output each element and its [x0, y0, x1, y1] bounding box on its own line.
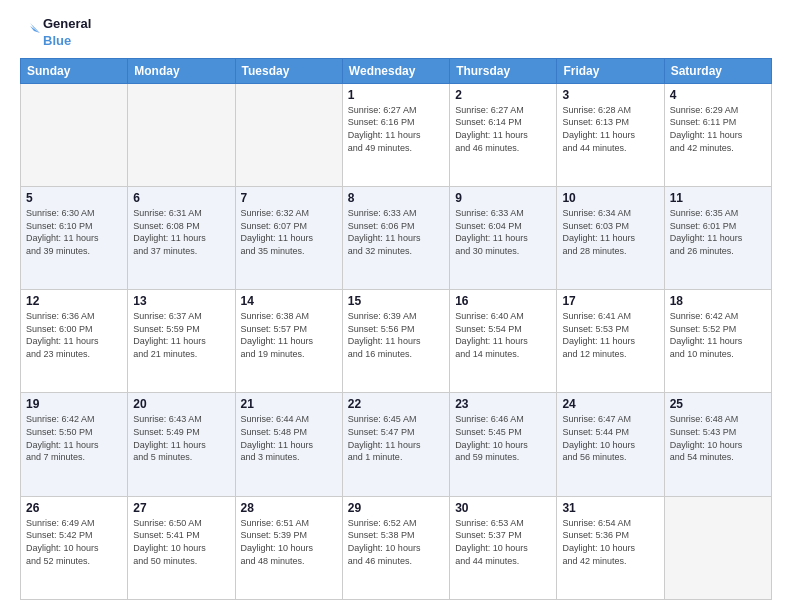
day-header-saturday: Saturday [664, 58, 771, 83]
day-number: 9 [455, 191, 551, 205]
day-number: 6 [133, 191, 229, 205]
calendar-cell: 17Sunrise: 6:41 AM Sunset: 5:53 PM Dayli… [557, 290, 664, 393]
calendar-cell: 29Sunrise: 6:52 AM Sunset: 5:38 PM Dayli… [342, 496, 449, 599]
calendar-cell: 22Sunrise: 6:45 AM Sunset: 5:47 PM Dayli… [342, 393, 449, 496]
day-number: 28 [241, 501, 337, 515]
calendar-cell: 31Sunrise: 6:54 AM Sunset: 5:36 PM Dayli… [557, 496, 664, 599]
calendar-cell: 15Sunrise: 6:39 AM Sunset: 5:56 PM Dayli… [342, 290, 449, 393]
week-row-4: 19Sunrise: 6:42 AM Sunset: 5:50 PM Dayli… [21, 393, 772, 496]
day-info: Sunrise: 6:53 AM Sunset: 5:37 PM Dayligh… [455, 517, 551, 567]
day-number: 8 [348, 191, 444, 205]
day-info: Sunrise: 6:32 AM Sunset: 6:07 PM Dayligh… [241, 207, 337, 257]
day-info: Sunrise: 6:33 AM Sunset: 6:06 PM Dayligh… [348, 207, 444, 257]
day-info: Sunrise: 6:50 AM Sunset: 5:41 PM Dayligh… [133, 517, 229, 567]
day-number: 22 [348, 397, 444, 411]
day-info: Sunrise: 6:49 AM Sunset: 5:42 PM Dayligh… [26, 517, 122, 567]
calendar-header-row: SundayMondayTuesdayWednesdayThursdayFrid… [21, 58, 772, 83]
calendar-cell: 3Sunrise: 6:28 AM Sunset: 6:13 PM Daylig… [557, 83, 664, 186]
logo-text: General Blue [43, 16, 91, 50]
day-info: Sunrise: 6:51 AM Sunset: 5:39 PM Dayligh… [241, 517, 337, 567]
calendar-cell: 2Sunrise: 6:27 AM Sunset: 6:14 PM Daylig… [450, 83, 557, 186]
day-info: Sunrise: 6:45 AM Sunset: 5:47 PM Dayligh… [348, 413, 444, 463]
page: General Blue SundayMondayTuesdayWednesda… [0, 0, 792, 612]
day-info: Sunrise: 6:31 AM Sunset: 6:08 PM Dayligh… [133, 207, 229, 257]
day-number: 11 [670, 191, 766, 205]
week-row-2: 5Sunrise: 6:30 AM Sunset: 6:10 PM Daylig… [21, 187, 772, 290]
calendar-cell: 14Sunrise: 6:38 AM Sunset: 5:57 PM Dayli… [235, 290, 342, 393]
day-info: Sunrise: 6:30 AM Sunset: 6:10 PM Dayligh… [26, 207, 122, 257]
day-info: Sunrise: 6:47 AM Sunset: 5:44 PM Dayligh… [562, 413, 658, 463]
day-number: 26 [26, 501, 122, 515]
calendar-cell: 24Sunrise: 6:47 AM Sunset: 5:44 PM Dayli… [557, 393, 664, 496]
day-info: Sunrise: 6:33 AM Sunset: 6:04 PM Dayligh… [455, 207, 551, 257]
logo-container: General Blue [20, 16, 91, 50]
day-info: Sunrise: 6:38 AM Sunset: 5:57 PM Dayligh… [241, 310, 337, 360]
day-number: 2 [455, 88, 551, 102]
day-info: Sunrise: 6:36 AM Sunset: 6:00 PM Dayligh… [26, 310, 122, 360]
calendar-cell: 26Sunrise: 6:49 AM Sunset: 5:42 PM Dayli… [21, 496, 128, 599]
day-info: Sunrise: 6:39 AM Sunset: 5:56 PM Dayligh… [348, 310, 444, 360]
day-info: Sunrise: 6:40 AM Sunset: 5:54 PM Dayligh… [455, 310, 551, 360]
day-info: Sunrise: 6:54 AM Sunset: 5:36 PM Dayligh… [562, 517, 658, 567]
day-info: Sunrise: 6:46 AM Sunset: 5:45 PM Dayligh… [455, 413, 551, 463]
day-number: 31 [562, 501, 658, 515]
day-info: Sunrise: 6:27 AM Sunset: 6:16 PM Dayligh… [348, 104, 444, 154]
logo: General Blue [20, 16, 91, 50]
day-number: 19 [26, 397, 122, 411]
day-info: Sunrise: 6:52 AM Sunset: 5:38 PM Dayligh… [348, 517, 444, 567]
day-number: 18 [670, 294, 766, 308]
svg-marker-1 [30, 26, 40, 33]
day-number: 15 [348, 294, 444, 308]
calendar-cell: 20Sunrise: 6:43 AM Sunset: 5:49 PM Dayli… [128, 393, 235, 496]
day-number: 16 [455, 294, 551, 308]
day-number: 14 [241, 294, 337, 308]
calendar-cell: 10Sunrise: 6:34 AM Sunset: 6:03 PM Dayli… [557, 187, 664, 290]
calendar-cell: 13Sunrise: 6:37 AM Sunset: 5:59 PM Dayli… [128, 290, 235, 393]
calendar-cell: 23Sunrise: 6:46 AM Sunset: 5:45 PM Dayli… [450, 393, 557, 496]
calendar-cell: 9Sunrise: 6:33 AM Sunset: 6:04 PM Daylig… [450, 187, 557, 290]
day-info: Sunrise: 6:34 AM Sunset: 6:03 PM Dayligh… [562, 207, 658, 257]
calendar-cell: 16Sunrise: 6:40 AM Sunset: 5:54 PM Dayli… [450, 290, 557, 393]
day-number: 30 [455, 501, 551, 515]
svg-marker-0 [30, 23, 40, 33]
day-header-sunday: Sunday [21, 58, 128, 83]
day-header-monday: Monday [128, 58, 235, 83]
day-number: 29 [348, 501, 444, 515]
calendar-cell: 19Sunrise: 6:42 AM Sunset: 5:50 PM Dayli… [21, 393, 128, 496]
calendar-cell: 30Sunrise: 6:53 AM Sunset: 5:37 PM Dayli… [450, 496, 557, 599]
calendar-cell: 18Sunrise: 6:42 AM Sunset: 5:52 PM Dayli… [664, 290, 771, 393]
day-number: 12 [26, 294, 122, 308]
calendar-cell: 4Sunrise: 6:29 AM Sunset: 6:11 PM Daylig… [664, 83, 771, 186]
calendar-cell: 7Sunrise: 6:32 AM Sunset: 6:07 PM Daylig… [235, 187, 342, 290]
day-number: 5 [26, 191, 122, 205]
day-number: 27 [133, 501, 229, 515]
calendar-cell: 28Sunrise: 6:51 AM Sunset: 5:39 PM Dayli… [235, 496, 342, 599]
day-info: Sunrise: 6:41 AM Sunset: 5:53 PM Dayligh… [562, 310, 658, 360]
calendar-cell: 6Sunrise: 6:31 AM Sunset: 6:08 PM Daylig… [128, 187, 235, 290]
calendar-cell: 21Sunrise: 6:44 AM Sunset: 5:48 PM Dayli… [235, 393, 342, 496]
day-number: 3 [562, 88, 658, 102]
calendar-cell: 8Sunrise: 6:33 AM Sunset: 6:06 PM Daylig… [342, 187, 449, 290]
calendar-cell: 5Sunrise: 6:30 AM Sunset: 6:10 PM Daylig… [21, 187, 128, 290]
day-number: 23 [455, 397, 551, 411]
day-number: 20 [133, 397, 229, 411]
day-info: Sunrise: 6:44 AM Sunset: 5:48 PM Dayligh… [241, 413, 337, 463]
day-info: Sunrise: 6:43 AM Sunset: 5:49 PM Dayligh… [133, 413, 229, 463]
calendar-cell: 25Sunrise: 6:48 AM Sunset: 5:43 PM Dayli… [664, 393, 771, 496]
week-row-1: 1Sunrise: 6:27 AM Sunset: 6:16 PM Daylig… [21, 83, 772, 186]
day-header-friday: Friday [557, 58, 664, 83]
calendar-cell: 12Sunrise: 6:36 AM Sunset: 6:00 PM Dayli… [21, 290, 128, 393]
day-number: 7 [241, 191, 337, 205]
calendar-cell: 11Sunrise: 6:35 AM Sunset: 6:01 PM Dayli… [664, 187, 771, 290]
day-info: Sunrise: 6:48 AM Sunset: 5:43 PM Dayligh… [670, 413, 766, 463]
logo-bird-icon [20, 18, 40, 48]
calendar-table: SundayMondayTuesdayWednesdayThursdayFrid… [20, 58, 772, 600]
day-info: Sunrise: 6:29 AM Sunset: 6:11 PM Dayligh… [670, 104, 766, 154]
day-header-tuesday: Tuesday [235, 58, 342, 83]
day-number: 4 [670, 88, 766, 102]
day-info: Sunrise: 6:42 AM Sunset: 5:50 PM Dayligh… [26, 413, 122, 463]
day-header-thursday: Thursday [450, 58, 557, 83]
day-number: 17 [562, 294, 658, 308]
calendar-cell: 1Sunrise: 6:27 AM Sunset: 6:16 PM Daylig… [342, 83, 449, 186]
calendar-cell [21, 83, 128, 186]
